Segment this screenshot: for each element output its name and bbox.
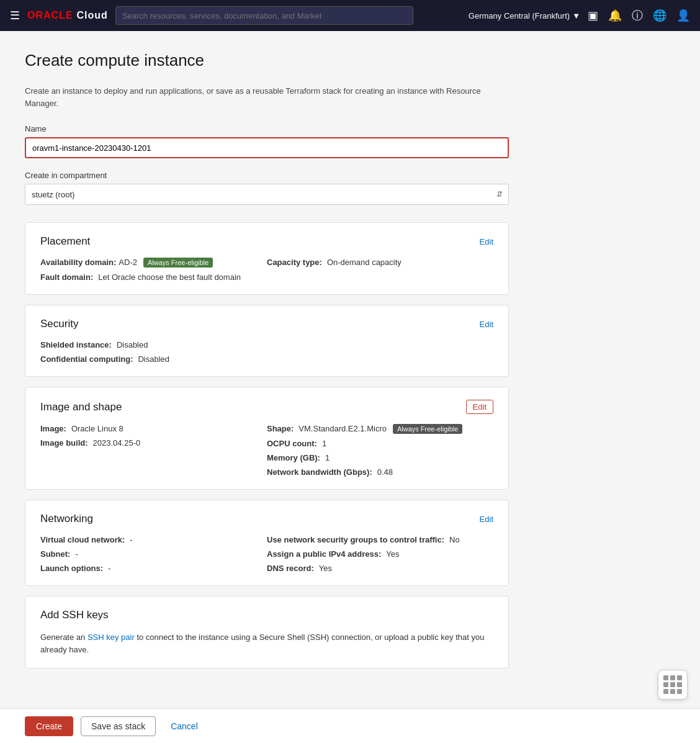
compartment-select[interactable]: stuetz (root) (25, 184, 509, 205)
support-dot-6 (677, 682, 682, 687)
image-shape-right: Shape: VM.Standard.E2.1.Micro Always Fre… (267, 424, 493, 477)
nav-icons: ▣ 🔔 ⓘ 🌐 👤 (588, 8, 690, 23)
subnet-value: - (75, 549, 78, 559)
hamburger-menu-icon[interactable]: ☰ (10, 9, 20, 22)
subnet-key: Subnet: (40, 549, 70, 559)
shape-value: VM.Standard.E2.1.Micro (298, 424, 387, 433)
public-ipv4-row: Assign a public IPv4 address: Yes (267, 549, 493, 559)
placement-details: Availability domain: AD-2 Always Free-el… (40, 258, 493, 282)
region-selector[interactable]: Germany Central (Frankfurt) ▼ (469, 11, 580, 20)
network-bw-row: Network bandwidth (Gbps): 0.48 (267, 467, 493, 477)
cloud-logo-text: Cloud (77, 10, 108, 21)
networking-header: Networking Edit (40, 513, 493, 525)
shape-free-badge: Always Free-eligible (393, 424, 462, 434)
search-input[interactable] (122, 11, 406, 20)
image-shape-section: Image and shape Edit Image: Oracle Linux… (25, 387, 509, 490)
language-globe-icon[interactable]: 🌐 (653, 9, 666, 22)
compartment-label: Create in compartment (25, 171, 675, 180)
vcn-key: Virtual cloud network: (40, 535, 125, 544)
networking-right: Use network security groups to control t… (267, 535, 493, 573)
placement-section-header: Placement Edit (40, 235, 493, 248)
network-bw-key: Network bandwidth (Gbps): (267, 467, 372, 477)
placement-edit-link[interactable]: Edit (480, 237, 493, 246)
image-shape-header: Image and shape Edit (40, 400, 493, 414)
placement-right: Capacity type: On-demand capacity (267, 258, 493, 282)
name-label: Name (25, 124, 675, 133)
ssh-description-prefix: Generate an (40, 633, 88, 642)
availability-domain-key: Availability domain: (40, 258, 116, 267)
capacity-type-row: Capacity type: On-demand capacity (267, 258, 493, 267)
shape-key: Shape: (267, 424, 294, 433)
support-dot-2 (670, 675, 675, 680)
networking-section: Networking Edit Virtual cloud network: -… (25, 500, 509, 586)
image-shape-title: Image and shape (40, 401, 122, 413)
ocpu-key: OCPU count: (267, 439, 317, 448)
user-profile-icon[interactable]: 👤 (676, 9, 690, 22)
ssh-description: Generate an SSH key pair to connect to t… (40, 631, 493, 655)
save-as-stack-button[interactable]: Save as stack (81, 716, 156, 736)
image-shape-edit-link[interactable]: Edit (466, 400, 493, 414)
capacity-type-key: Capacity type: (267, 258, 322, 267)
main-content: Create compute instance Create an instan… (0, 31, 700, 742)
security-details: Shielded instance: Disabled Confidential… (40, 340, 493, 364)
oracle-logo-text: ORACLE (27, 10, 73, 21)
compartment-select-wrapper: stuetz (root) ⇵ (25, 184, 509, 205)
create-button[interactable]: Create (25, 716, 73, 736)
image-build-key: Image build: (40, 438, 88, 448)
fault-domain-key: Fault domain: (40, 272, 93, 282)
search-bar[interactable] (115, 6, 413, 25)
ssh-key-pair-link[interactable]: SSH key pair (88, 633, 135, 642)
notification-bell-icon[interactable]: 🔔 (608, 9, 622, 22)
security-edit-link[interactable]: Edit (480, 320, 493, 329)
networking-left: Virtual cloud network: - Subnet: - Launc… (40, 535, 267, 573)
bottom-toolbar: Create Save as stack Cancel (0, 708, 700, 742)
help-icon[interactable]: ⓘ (632, 8, 643, 23)
confidential-key: Confidential computing: (40, 354, 133, 364)
placement-left: Availability domain: AD-2 Always Free-el… (40, 258, 267, 282)
support-dot-5 (670, 682, 675, 687)
fault-domain-value: Let Oracle choose the best fault domain (98, 272, 241, 282)
image-shape-left: Image: Oracle Linux 8 Image build: 2023.… (40, 424, 267, 477)
oracle-logo: ORACLE Cloud (27, 10, 108, 21)
free-eligible-badge: Always Free-eligible (143, 258, 213, 268)
shape-row: Shape: VM.Standard.E2.1.Micro Always Fre… (267, 424, 493, 434)
launch-options-row: Launch options: - (40, 564, 267, 573)
networking-edit-link[interactable]: Edit (480, 515, 493, 524)
ssh-keys-header: Add SSH keys (40, 609, 493, 621)
image-row: Image: Oracle Linux 8 (40, 424, 267, 433)
security-section: Security Edit Shielded instance: Disable… (25, 305, 509, 377)
name-field-wrapper (25, 137, 509, 158)
region-label: Germany Central (Frankfurt) (469, 11, 570, 20)
cloud-shell-icon[interactable]: ▣ (588, 9, 598, 22)
support-widget[interactable] (658, 670, 688, 700)
image-shape-details: Image: Oracle Linux 8 Image build: 2023.… (40, 424, 493, 477)
nsg-key: Use network security groups to control t… (267, 535, 444, 544)
support-grid-icon (663, 675, 682, 694)
memory-value: 1 (325, 453, 330, 462)
subnet-row: Subnet: - (40, 549, 267, 559)
capacity-type-value: On-demand capacity (327, 258, 402, 267)
cancel-button[interactable]: Cancel (163, 717, 205, 736)
placement-section: Placement Edit Availability domain: AD-2… (25, 222, 509, 295)
support-dot-7 (663, 689, 668, 694)
top-navigation: ☰ ORACLE Cloud Germany Central (Frankfur… (0, 0, 700, 31)
confidential-row: Confidential computing: Disabled (40, 354, 493, 364)
ssh-keys-title: Add SSH keys (40, 609, 109, 621)
dns-key: DNS record: (267, 564, 314, 573)
availability-domain-row: Availability domain: AD-2 Always Free-el… (40, 258, 267, 268)
nsg-row: Use network security groups to control t… (267, 535, 493, 544)
shielded-row: Shielded instance: Disabled (40, 340, 493, 349)
ocpu-row: OCPU count: 1 (267, 439, 493, 448)
public-ipv4-value: Yes (386, 549, 399, 559)
availability-domain-value: AD-2 (119, 258, 137, 267)
security-title: Security (40, 318, 78, 330)
fault-domain-row: Fault domain: Let Oracle choose the best… (40, 272, 267, 282)
image-value: Oracle Linux 8 (71, 424, 123, 433)
image-build-value: 2023.04.25-0 (93, 438, 141, 448)
vcn-value: - (130, 535, 132, 544)
name-input[interactable] (25, 137, 509, 158)
support-dot-4 (663, 682, 668, 687)
image-build-row: Image build: 2023.04.25-0 (40, 438, 267, 448)
page-title: Create compute instance (25, 51, 675, 70)
support-dot-8 (670, 689, 675, 694)
